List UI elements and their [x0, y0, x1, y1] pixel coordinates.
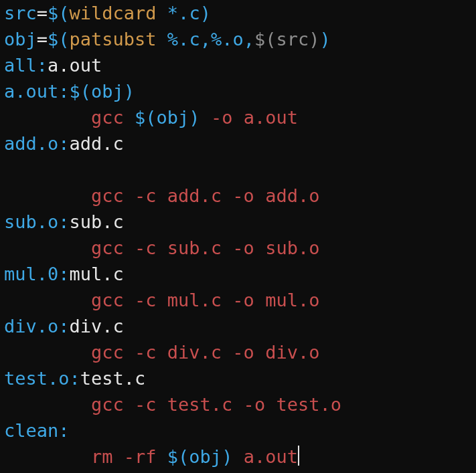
equals: =: [37, 3, 48, 23]
indent: [4, 107, 91, 128]
code-line: clean:: [4, 420, 70, 441]
target: mul.0:: [4, 264, 70, 284]
code-line: gcc -c test.c -o test.o: [4, 394, 341, 415]
func-args: *.c: [157, 3, 200, 23]
cmd-arg: a.out: [244, 446, 298, 467]
indent: [4, 342, 91, 363]
code-line: all:a.out: [4, 55, 102, 76]
code-line: add.o:add.c: [4, 133, 124, 154]
code-line: obj=$(patsubst %.c,%.o,$(src)): [4, 29, 331, 50]
prereq: div.c: [70, 316, 124, 337]
var-name: obj: [4, 29, 37, 50]
code-line: mul.0:mul.c: [4, 264, 124, 284]
cmd: gcc -c div.c -o div.o: [91, 342, 319, 363]
cmd: gcc: [91, 107, 124, 128]
prereq: a.out: [48, 55, 102, 76]
code-line: src=$(wildcard *.c): [4, 3, 211, 23]
indent: [4, 446, 91, 467]
target: sub.o:: [4, 211, 70, 232]
prereq: mul.c: [70, 264, 124, 284]
code-line: gcc -c mul.c -o mul.o: [4, 290, 319, 310]
cmd: gcc -c sub.c -o sub.o: [91, 238, 319, 258]
target: div.o:: [4, 316, 70, 337]
prereq: test.c: [80, 368, 146, 389]
cmd: gcc -c mul.c -o mul.o: [91, 290, 319, 310]
cmd-flag: -o a.out: [211, 107, 298, 128]
target: all:: [4, 55, 48, 76]
target: add.o:: [4, 133, 70, 154]
indent: [4, 394, 91, 415]
target: clean:: [4, 420, 70, 441]
paren-close: ): [319, 29, 330, 50]
paren-close: ): [200, 3, 211, 23]
indent: [4, 238, 91, 258]
cmd: gcc -c add.c -o add.o: [91, 185, 319, 206]
code-line: sub.o:sub.c: [4, 211, 124, 232]
target: a.out:: [4, 81, 70, 102]
var-ref: $(src): [254, 29, 320, 50]
text-cursor: [298, 446, 299, 466]
dollar-paren: $(: [48, 29, 70, 50]
makefile-code-block: src=$(wildcard *.c) obj=$(patsubst %.c,%…: [0, 0, 476, 470]
func-patsubst: patsubst: [70, 29, 157, 50]
cmd: gcc -c test.c -o test.o: [91, 394, 341, 415]
code-line: gcc -c add.c -o add.o: [4, 185, 319, 206]
indent: [4, 290, 91, 310]
dollar-paren: $(: [48, 3, 70, 23]
target: test.o:: [4, 368, 80, 389]
code-line: gcc -c sub.c -o sub.o: [4, 238, 319, 258]
func-args: %.c,%.o,: [157, 29, 254, 50]
func-wildcard: wildcard: [70, 3, 157, 23]
var-name: src: [4, 3, 37, 23]
prereq: add.c: [70, 133, 124, 154]
code-line: gcc $(obj) -o a.out: [4, 107, 298, 128]
code-line: test.o:test.c: [4, 368, 145, 389]
indent: [4, 185, 91, 206]
code-line: rm -rf $(obj) a.out: [4, 446, 299, 467]
cmd: rm -rf: [91, 446, 157, 467]
equals: =: [37, 29, 48, 50]
cmd-arg: $(obj): [124, 107, 211, 128]
code-line: a.out:$(obj): [4, 81, 135, 102]
prereq: $(obj): [70, 81, 135, 102]
code-line: gcc -c div.c -o div.o: [4, 342, 319, 363]
cmd-arg: $(obj): [157, 446, 244, 467]
code-line: div.o:div.c: [4, 316, 124, 337]
prereq: sub.c: [70, 211, 124, 232]
